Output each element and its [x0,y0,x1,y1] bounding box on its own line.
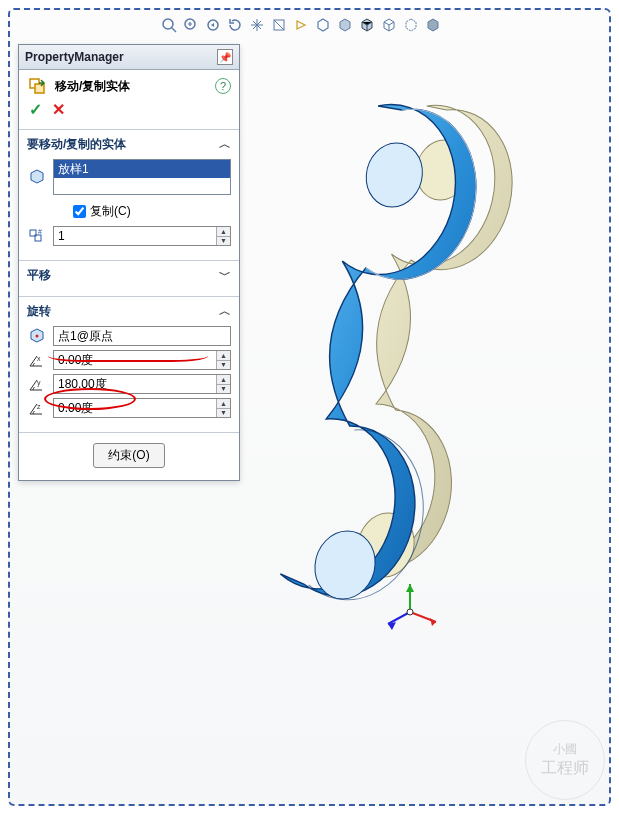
zoom-prev-icon[interactable] [204,16,222,34]
section-bodies: 要移动/复制的实体 ︿ 放样1 复制(C) # ▲▼ [19,130,239,261]
svg-point-8 [36,335,39,338]
rotate-y-spinner[interactable]: ▲▼ [216,375,230,393]
ok-button[interactable]: ✓ [29,100,42,119]
move-copy-body-icon [27,76,49,96]
copy-count-field[interactable] [54,227,216,245]
angle-y-icon: y [27,375,47,393]
section-bodies-title: 要移动/复制的实体 [27,136,126,153]
copy-checkbox-row: 复制(C) [73,203,231,220]
rotate-y-input[interactable]: ▲▼ [53,374,231,394]
rotate-z-spinner[interactable]: ▲▼ [216,399,230,417]
rotate-z-field[interactable] [54,399,216,417]
svg-text:y: y [37,379,41,387]
copy-count-row: # ▲▼ [27,226,231,246]
command-title: 移动/复制实体 [55,78,130,95]
section-rotate: 旋转 ︿ 点1@原点 x ▲▼ y ▲▼ [19,297,239,433]
chevron-up-icon: ︿ [219,303,231,320]
rotate-ref-input[interactable]: 点1@原点 [53,326,231,346]
chevron-up-icon: ︿ [219,136,231,153]
svg-marker-19 [406,584,414,592]
help-button[interactable]: ? [215,78,231,94]
panel-title: PropertyManager [25,50,124,64]
rotate-x-spinner[interactable]: ▲▼ [216,351,230,369]
rotate-z-row: z ▲▼ [27,398,231,418]
svg-text:#: # [38,228,42,235]
hidden-lines-icon[interactable] [402,16,420,34]
display-style-icon[interactable] [314,16,332,34]
angle-x-icon: x [27,351,47,369]
confirm-row: ✓ ✕ [19,98,239,130]
watermark-line2: 工程师 [541,758,589,779]
property-manager-panel: PropertyManager 📌 移动/复制实体 ? ✓ ✕ 要移动/复制的实… [18,44,240,481]
constraint-button[interactable]: 约束(O) [93,443,164,468]
section-translate: 平移 ﹀ [19,261,239,297]
model-viewport[interactable] [260,50,610,790]
shaded-icon[interactable] [336,16,354,34]
svg-point-14 [364,143,424,207]
bodies-select-list[interactable]: 放样1 [53,159,231,195]
section-rotate-title: 旋转 [27,303,51,320]
svg-text:x: x [37,355,41,362]
svg-marker-17 [430,618,436,626]
copy-checkbox[interactable] [73,205,86,218]
section-rotate-header[interactable]: 旋转 ︿ [27,303,231,320]
panel-titlebar: PropertyManager 📌 [19,45,239,70]
count-icon: # [27,227,47,245]
pin-button[interactable]: 📌 [217,49,233,65]
watermark-line1: 小國 [553,741,577,758]
zoom-fit-icon[interactable] [160,16,178,34]
bodies-select-row: 放样1 [27,159,231,195]
command-header: 移动/复制实体 ? [19,70,239,98]
rotate-y-field[interactable] [54,375,216,393]
copy-count-input[interactable]: ▲▼ [53,226,231,246]
view-normal-icon[interactable] [292,16,310,34]
pan-icon[interactable] [248,16,266,34]
svg-line-20 [388,612,410,624]
shaded-edges-icon[interactable] [358,16,376,34]
vertex-icon [27,327,47,345]
svg-text:z: z [37,403,41,410]
rotate-x-field[interactable] [54,351,216,369]
rotate-view-icon[interactable] [226,16,244,34]
watermark: 小國 工程师 [525,720,605,800]
copy-label: 复制(C) [90,203,131,220]
svg-point-0 [163,19,173,29]
constraint-row: 约束(O) [19,433,239,480]
wireframe-icon[interactable] [380,16,398,34]
body-icon [27,168,47,186]
svg-point-22 [407,609,413,615]
zoom-area-icon[interactable] [182,16,200,34]
view-toolbar [160,16,442,34]
rotate-y-row: y ▲▼ [27,374,231,394]
section-view-icon[interactable] [270,16,288,34]
rotate-x-row: x ▲▼ [27,350,231,370]
cancel-button[interactable]: ✕ [52,100,65,119]
bodies-selected-item[interactable]: 放样1 [54,160,230,178]
chevron-down-icon: ﹀ [219,267,231,284]
section-translate-title: 平移 [27,267,51,284]
svg-line-1 [172,28,176,32]
section-bodies-header[interactable]: 要移动/复制的实体 ︿ [27,136,231,153]
section-translate-header[interactable]: 平移 ﹀ [27,267,231,284]
rotate-z-input[interactable]: ▲▼ [53,398,231,418]
copy-count-spinner[interactable]: ▲▼ [216,227,230,245]
rotate-ref-row: 点1@原点 [27,326,231,346]
rotate-x-input[interactable]: ▲▼ [53,350,231,370]
angle-z-icon: z [27,399,47,417]
perspective-icon[interactable] [424,16,442,34]
